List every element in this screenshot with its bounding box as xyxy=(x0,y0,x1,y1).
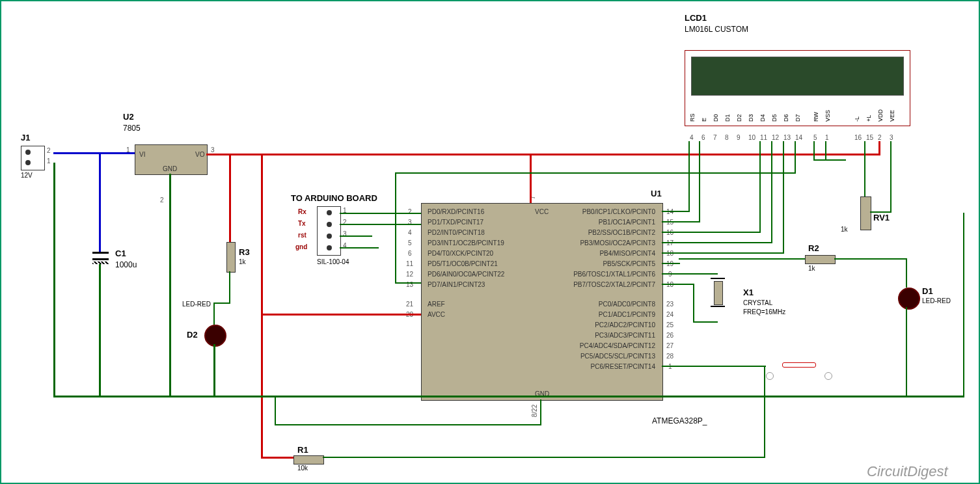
wire-pd7-down xyxy=(395,172,396,284)
c1-plate1 xyxy=(92,252,109,254)
lcd-pn-10: 5 xyxy=(813,134,817,141)
wire-d1-v xyxy=(906,258,907,288)
lcd-pin-d2: D2 xyxy=(736,114,742,122)
u1-lp8-n: 21 xyxy=(406,301,413,308)
lcd-pn-7: 12 xyxy=(772,134,779,141)
wire-u1-gnd-stub xyxy=(540,399,541,425)
u1-rp1: PB1/OC1A/PCINT1 xyxy=(577,219,655,226)
reset-button[interactable] xyxy=(782,362,816,368)
lcd-ref: LCD1 xyxy=(685,13,707,23)
u1-rp9-n: 24 xyxy=(666,311,674,318)
d2-led-icon xyxy=(204,325,226,347)
u1-vcc: VCC xyxy=(535,208,549,215)
lcd-pn-13: 15 xyxy=(866,134,873,141)
u1-rp11-n: 26 xyxy=(666,332,674,339)
wire-x1-2b xyxy=(693,284,694,323)
lcd-pn-3: 8 xyxy=(725,134,729,141)
u1-lp0-n: 2 xyxy=(408,208,412,215)
watermark: CircuitDigest xyxy=(867,463,948,480)
c1-plate2 xyxy=(92,258,109,260)
u1-rp8-n: 23 xyxy=(666,301,674,308)
wire-u1-vcc xyxy=(530,154,532,203)
wire-rst xyxy=(340,235,372,237)
u1-lp8: AREF xyxy=(428,301,445,308)
u1-rp10-n: 25 xyxy=(666,321,674,329)
wire-pd7-h xyxy=(395,172,796,174)
wire-j1-vi xyxy=(53,152,135,154)
lcd-pin-d4: D4 xyxy=(759,114,766,122)
wire-vcc-rail xyxy=(206,154,880,155)
d1-part: LED-RED xyxy=(922,297,951,304)
lcd-pin-d0: D0 xyxy=(713,114,719,122)
u1-lp3-n: 5 xyxy=(408,239,412,247)
lcd-pin-d3: D3 xyxy=(748,114,754,122)
u1-rp14: PC6/RESET/PCINT14 xyxy=(577,363,655,370)
r3-body xyxy=(226,242,236,273)
rv1-body xyxy=(860,196,871,230)
u1-lp2: PD2/INT0/PCINT18 xyxy=(428,229,485,236)
x1-freq: FREQ=16MHz xyxy=(743,308,785,316)
lcd-pin-d5: D5 xyxy=(771,114,778,122)
u1-ref: U1 xyxy=(651,189,662,198)
lcd-pn-1: 6 xyxy=(701,134,705,141)
u1-part: ATMEGA328P_ xyxy=(652,416,707,425)
wire-pb5 xyxy=(662,263,680,264)
c1-val: 1000u xyxy=(115,260,137,269)
u1-lp6-n: 12 xyxy=(406,271,413,278)
header-body xyxy=(317,206,341,256)
u2-p3: 3 xyxy=(211,146,215,154)
u1-lp3: PD3/INT1/OC2B/PCINT19 xyxy=(428,239,504,247)
lcd-pin-d1: D1 xyxy=(724,114,731,122)
wire-vee xyxy=(890,141,892,213)
wire-pb0 xyxy=(662,211,690,212)
lcd-pn-6: 11 xyxy=(760,134,767,141)
u1-rp0: PB0/ICP1/CLKO/PCINT0 xyxy=(577,208,655,215)
u1-lp4-n: 6 xyxy=(408,250,412,257)
wire-u2-gnd xyxy=(169,174,171,397)
u1-gnd-num: 8/22 xyxy=(531,405,538,417)
lcd-pin-rs: RS xyxy=(689,113,696,122)
wire-hgnd xyxy=(340,247,379,249)
wire-rw-vss xyxy=(813,159,846,161)
u1-rp8: PC0/ADC0/PCINT8 xyxy=(584,301,655,308)
header-title: TO ARDUINO BOARD xyxy=(291,193,377,203)
u2-vi: VI xyxy=(139,151,145,158)
wire-gnd-j1 xyxy=(53,163,55,397)
wire-r3-top xyxy=(229,154,231,242)
lcd-pn-15: 3 xyxy=(890,134,893,141)
d1-ref: D1 xyxy=(922,286,933,296)
lcd-pin-lminus: -L xyxy=(854,116,860,122)
wire-pb1-v xyxy=(699,141,700,222)
header-rx: Rx xyxy=(298,208,306,215)
wire-x1-2c xyxy=(693,321,718,323)
u1-rp12-n: 27 xyxy=(666,342,674,349)
rv1-ref: RV1 xyxy=(873,213,890,222)
wire-pb1 xyxy=(662,221,700,222)
u2-ref: U2 xyxy=(123,112,134,122)
u2-gnd: GND xyxy=(163,165,177,172)
wire-x1-2a xyxy=(662,284,694,285)
wire-r3-d2b xyxy=(213,302,230,304)
x1-bot xyxy=(711,306,725,307)
wire-reset-v xyxy=(764,366,765,458)
u1-rp6: PB6/TOSC1/XTAL1/PCINT6 xyxy=(564,271,655,278)
lcd-pin-lplus: +L xyxy=(865,115,872,122)
wire-tx xyxy=(340,224,421,225)
u1-lp2-n: 4 xyxy=(408,229,412,236)
u1-rp10: PC2/ADC2/PCINT10 xyxy=(580,321,655,329)
wire-right-gnd xyxy=(963,213,964,397)
wire-reset xyxy=(662,366,766,367)
wire-pd7-v xyxy=(795,141,796,174)
wire-pb4 xyxy=(662,252,784,254)
d1-led-icon xyxy=(898,288,920,310)
header-gnd: gnd xyxy=(295,243,307,250)
u1-lp5: PD5/T1/OC0B/PCINT21 xyxy=(428,260,498,267)
u2-vo: VO xyxy=(195,151,204,158)
u1-rp12: PC4/ADC4/SDA/PCINT12 xyxy=(567,342,655,349)
u1-lp5-n: 11 xyxy=(406,260,413,267)
lcd-pn-2: 7 xyxy=(713,134,717,141)
wire-pb3 xyxy=(662,242,772,243)
j1-val: 12V xyxy=(21,172,33,179)
wire-rw xyxy=(813,141,815,161)
wire-pb4-v xyxy=(783,141,784,254)
